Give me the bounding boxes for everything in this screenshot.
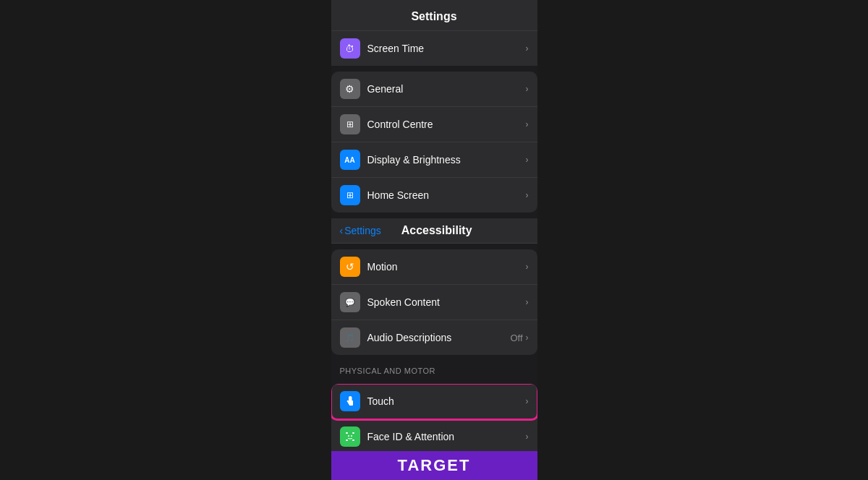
back-label: Settings xyxy=(344,225,381,236)
display-brightness-chevron: › xyxy=(526,155,529,165)
touch-chevron: › xyxy=(526,396,529,406)
spoken-content-chevron: › xyxy=(526,297,529,307)
home-screen-icon: ⊞ xyxy=(340,185,360,205)
settings-item-screen-time[interactable]: ⏱ Screen Time › xyxy=(331,31,537,66)
audio-descriptions-chevron: › xyxy=(526,333,529,343)
svg-point-5 xyxy=(351,435,352,437)
settings-item-spoken-content[interactable]: 💬 Spoken Content › xyxy=(331,285,537,320)
motion-chevron: › xyxy=(526,262,529,272)
motion-label: Motion xyxy=(367,261,526,273)
section-physical-label: PHYSICAL AND MOTOR xyxy=(331,361,537,378)
touch-label: Touch xyxy=(367,395,526,407)
face-id-icon xyxy=(340,427,360,447)
settings-title-bar: Settings xyxy=(331,0,537,31)
svg-rect-2 xyxy=(346,440,348,441)
settings-item-face-id[interactable]: Face ID & Attention › xyxy=(331,419,537,455)
settings-item-control-centre[interactable]: ⊞ Control Centre › xyxy=(331,107,537,142)
watermark-bar: TARGET xyxy=(331,451,537,480)
svg-point-4 xyxy=(348,435,349,437)
motion-icon: ↺ xyxy=(340,257,360,277)
general-icon: ⚙ xyxy=(340,79,360,99)
touch-icon xyxy=(340,391,360,411)
control-centre-label: Control Centre xyxy=(367,119,526,130)
general-chevron: › xyxy=(526,84,529,94)
screen-time-group: ⏱ Screen Time › xyxy=(331,31,537,66)
back-chevron: ‹ xyxy=(340,225,344,236)
audio-descriptions-label: Audio Descriptions xyxy=(367,332,511,343)
settings-item-display-brightness[interactable]: AA Display & Brightness › xyxy=(331,142,537,178)
display-brightness-label: Display & Brightness xyxy=(367,154,526,166)
svg-rect-3 xyxy=(352,440,354,441)
control-centre-icon: ⊞ xyxy=(340,114,360,134)
audio-descriptions-value: Off xyxy=(510,333,522,343)
settings-item-home-screen[interactable]: ⊞ Home Screen › xyxy=(331,178,537,213)
accessibility-nav-bar: ‹ Settings Accessibility xyxy=(331,218,537,244)
back-button[interactable]: ‹ Settings xyxy=(340,225,381,236)
settings-group1: ⚙ General › ⊞ Control Centre › AA Displa… xyxy=(331,72,537,213)
audio-descriptions-icon: 🎵 xyxy=(340,327,360,348)
home-screen-label: Home Screen xyxy=(367,189,526,201)
phone-container: Settings ⏱ Screen Time › ⚙ General › ⊞ C… xyxy=(331,0,537,480)
svg-rect-0 xyxy=(346,432,348,434)
accessibility-group: ↺ Motion › 💬 Spoken Content › 🎵 Audio De… xyxy=(331,249,537,355)
settings-item-motion[interactable]: ↺ Motion › xyxy=(331,249,537,285)
control-centre-chevron: › xyxy=(526,119,529,129)
settings-item-touch[interactable]: Touch › xyxy=(331,384,537,419)
spoken-content-label: Spoken Content xyxy=(367,296,526,308)
nav-title: Accessibility xyxy=(381,224,493,237)
spoken-content-icon: 💬 xyxy=(340,292,360,312)
screen-time-icon: ⏱ xyxy=(340,38,360,59)
settings-title: Settings xyxy=(411,10,456,22)
face-id-chevron: › xyxy=(526,432,529,442)
display-brightness-icon: AA xyxy=(340,150,360,170)
settings-item-audio-descriptions[interactable]: 🎵 Audio Descriptions Off › xyxy=(331,320,537,355)
settings-item-general[interactable]: ⚙ General › xyxy=(331,72,537,107)
face-id-label: Face ID & Attention xyxy=(367,431,526,442)
screen-time-chevron: › xyxy=(526,43,529,53)
svg-rect-1 xyxy=(352,432,354,434)
general-label: General xyxy=(367,83,526,95)
screen-time-label: Screen Time xyxy=(367,43,526,54)
watermark-text: TARGET xyxy=(398,456,471,475)
home-screen-chevron: › xyxy=(526,190,529,200)
